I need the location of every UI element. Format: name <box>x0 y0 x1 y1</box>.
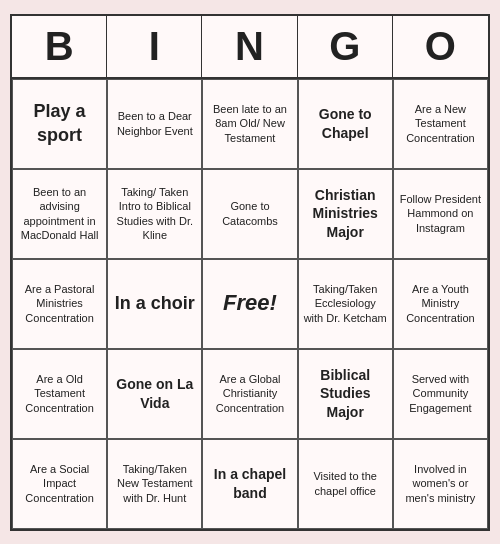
bingo-cell-6[interactable]: Taking/ Taken Intro to Biblical Studies … <box>107 169 202 259</box>
bingo-cell-10[interactable]: Are a Pastoral Ministries Concentration <box>12 259 107 349</box>
bingo-cell-15[interactable]: Are a Old Testament Concentration <box>12 349 107 439</box>
bingo-cell-2[interactable]: Been late to an 8am Old/ New Testament <box>202 79 297 169</box>
bingo-cell-14[interactable]: Are a Youth Ministry Concentration <box>393 259 488 349</box>
bingo-cell-16[interactable]: Gone on La Vida <box>107 349 202 439</box>
bingo-cell-22[interactable]: In a chapel band <box>202 439 297 529</box>
bingo-cell-19[interactable]: Served with Community Engagement <box>393 349 488 439</box>
bingo-grid: Play a sportBeen to a Dear Neighbor Even… <box>12 79 488 529</box>
bingo-cell-3[interactable]: Gone to Chapel <box>298 79 393 169</box>
bingo-cell-24[interactable]: Involved in women's or men's ministry <box>393 439 488 529</box>
bingo-cell-4[interactable]: Are a New Testament Concentration <box>393 79 488 169</box>
bingo-cell-7[interactable]: Gone to Catacombs <box>202 169 297 259</box>
bingo-cell-17[interactable]: Are a Global Christianity Concentration <box>202 349 297 439</box>
bingo-letter-N: N <box>202 16 297 77</box>
bingo-letter-B: B <box>12 16 107 77</box>
bingo-cell-8[interactable]: Christian Ministries Major <box>298 169 393 259</box>
bingo-letter-G: G <box>298 16 393 77</box>
bingo-cell-21[interactable]: Taking/Taken New Testament with Dr. Hunt <box>107 439 202 529</box>
bingo-cell-11[interactable]: In a choir <box>107 259 202 349</box>
bingo-cell-0[interactable]: Play a sport <box>12 79 107 169</box>
bingo-header: BINGO <box>12 16 488 79</box>
bingo-cell-9[interactable]: Follow President Hammond on Instagram <box>393 169 488 259</box>
bingo-cell-5[interactable]: Been to an advising appointment in MacDo… <box>12 169 107 259</box>
bingo-cell-18[interactable]: Biblical Studies Major <box>298 349 393 439</box>
bingo-cell-13[interactable]: Taking/Taken Ecclesiology with Dr. Ketch… <box>298 259 393 349</box>
bingo-letter-I: I <box>107 16 202 77</box>
bingo-cell-12[interactable]: Free! <box>202 259 297 349</box>
bingo-cell-23[interactable]: Visited to the chapel office <box>298 439 393 529</box>
bingo-cell-1[interactable]: Been to a Dear Neighbor Event <box>107 79 202 169</box>
bingo-cell-20[interactable]: Are a Social Impact Concentration <box>12 439 107 529</box>
bingo-letter-O: O <box>393 16 488 77</box>
bingo-card: BINGO Play a sportBeen to a Dear Neighbo… <box>10 14 490 531</box>
